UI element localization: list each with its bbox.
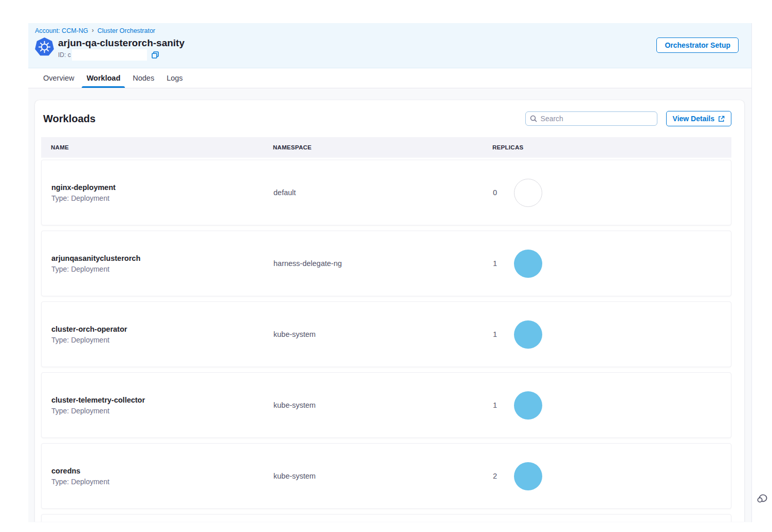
replica-status-circle (514, 391, 542, 420)
replicas-count: 0 (493, 188, 497, 197)
external-link-icon (718, 116, 725, 122)
title-block: arjun-qa-clusterorch-sanity ID: c (58, 37, 185, 60)
workload-replicas-cell: 1 (483, 250, 731, 278)
cluster-id-label: ID: c (58, 51, 71, 59)
workload-name-cell: arjunqasanityclusterorch Type: Deploymen… (42, 254, 264, 273)
cluster-id-row: ID: c (58, 50, 185, 60)
replica-status-circle (514, 462, 542, 490)
view-details-label: View Details (673, 115, 714, 123)
workload-name-cell: coredns Type: Deployment (42, 466, 264, 486)
table-row[interactable]: nginx-deployment Type: Deployment defaul… (41, 160, 731, 225)
workload-namespace: kube-system (264, 330, 483, 338)
content-area: Workloads View Details (28, 88, 751, 522)
page-header: Account: CCM-NG › Cluster Orchestrator (28, 23, 751, 68)
workload-namespace: kube-system (264, 401, 483, 409)
breadcrumb-account-link[interactable]: Account: CCM-NG (35, 27, 88, 34)
workloads-card: Workloads View Details (35, 100, 744, 522)
workload-name: coredns (51, 466, 264, 476)
workload-type: Type: Deployment (51, 336, 264, 344)
search-icon (530, 115, 537, 122)
search-input[interactable] (541, 115, 653, 123)
replica-status-circle (514, 179, 542, 207)
replica-status-circle (514, 250, 542, 278)
column-header-namespace: NAMESPACE (263, 144, 483, 150)
chat-bubbles-icon[interactable] (756, 491, 769, 505)
replicas-count: 1 (493, 330, 497, 338)
page-title: arjun-qa-clusterorch-sanity (58, 37, 185, 49)
workload-replicas-cell: 0 (483, 179, 731, 207)
table-header: NAME NAMESPACE REPLICAS (41, 137, 731, 158)
workload-namespace: kube-system (264, 472, 483, 480)
workload-name: arjunqasanityclusterorch (51, 254, 264, 263)
breadcrumb-page-link[interactable]: Cluster Orchestrator (98, 27, 156, 34)
workload-type: Type: Deployment (51, 407, 264, 415)
workload-type: Type: Deployment (51, 194, 264, 202)
tab-workload[interactable]: Workload (83, 68, 124, 88)
replicas-count: 2 (493, 472, 497, 480)
kubernetes-icon (35, 37, 54, 58)
workload-type: Type: Deployment (51, 265, 264, 273)
view-details-button[interactable]: View Details (666, 111, 731, 126)
workloads-title: Workloads (43, 113, 525, 125)
tab-overview[interactable]: Overview (40, 68, 78, 88)
column-header-replicas: REPLICAS (483, 144, 731, 150)
workload-name: nginx-deployment (51, 183, 264, 193)
table-row[interactable]: cluster-telemetry-collector Type: Deploy… (41, 372, 731, 438)
table-body: nginx-deployment Type: Deployment defaul… (41, 160, 731, 509)
workload-namespace: harness-delegate-ng (264, 259, 483, 268)
workload-namespace: default (264, 188, 483, 197)
workload-name: cluster-orch-operator (51, 325, 264, 334)
orchestrator-setup-button[interactable]: Orchestrator Setup (656, 37, 739, 53)
copy-icon[interactable] (151, 51, 159, 59)
cluster-id-redacted-value (72, 49, 147, 61)
replicas-count: 1 (493, 259, 497, 268)
tab-bar: Overview Workload Nodes Logs (28, 68, 751, 88)
table-row[interactable]: cluster-orch-operator Type: Deployment k… (41, 301, 731, 367)
column-header-name: NAME (41, 144, 263, 150)
replica-status-circle (514, 320, 542, 349)
workload-replicas-cell: 2 (483, 462, 731, 490)
workload-name-cell: cluster-telemetry-collector Type: Deploy… (42, 395, 264, 415)
workload-name: cluster-telemetry-collector (51, 395, 264, 405)
workload-replicas-cell: 1 (483, 320, 731, 349)
breadcrumb-separator-icon: › (92, 27, 94, 34)
replicas-count: 1 (493, 401, 497, 409)
title-row: arjun-qa-clusterorch-sanity ID: c (35, 37, 751, 60)
breadcrumb: Account: CCM-NG › Cluster Orchestrator (35, 27, 751, 34)
workloads-header: Workloads View Details (43, 110, 731, 127)
workload-replicas-cell: 1 (483, 391, 731, 420)
workload-name-cell: nginx-deployment Type: Deployment (42, 183, 264, 202)
table-row[interactable]: arjunqasanityclusterorch Type: Deploymen… (41, 231, 731, 296)
search-box[interactable] (525, 111, 657, 126)
workload-name-cell: cluster-orch-operator Type: Deployment (42, 325, 264, 344)
tab-logs[interactable]: Logs (163, 68, 186, 88)
table-row-partial[interactable] (41, 514, 731, 522)
screen: Account: CCM-NG › Cluster Orchestrator (0, 0, 772, 532)
tab-nodes[interactable]: Nodes (129, 68, 158, 88)
workload-type: Type: Deployment (51, 478, 264, 486)
app-window: Account: CCM-NG › Cluster Orchestrator (28, 23, 752, 522)
table-row[interactable]: coredns Type: Deployment kube-system 2 (41, 443, 731, 509)
